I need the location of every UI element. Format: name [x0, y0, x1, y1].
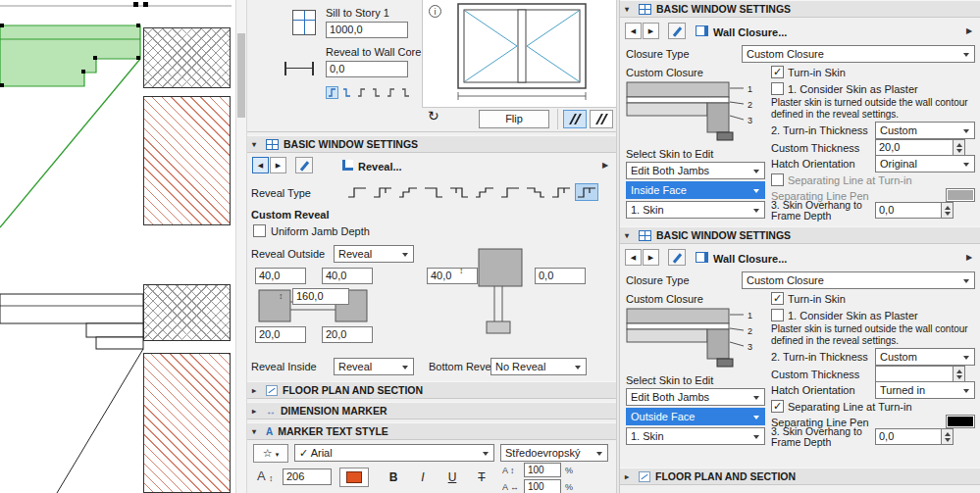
hatch-orientation-select[interactable]: Turned in — [875, 381, 975, 399]
turn-in-skin-checkbox[interactable]: ✓ — [771, 66, 784, 78]
dimension-marker-header[interactable]: ▸ ↔ DIMENSION MARKER — [247, 402, 616, 419]
reveal-type-option-9[interactable] — [549, 183, 573, 201]
custom-thickness-input[interactable]: 20,0 — [875, 139, 954, 156]
prev-page-button[interactable]: ◀ — [625, 23, 642, 39]
separating-pen-swatch[interactable] — [946, 415, 975, 428]
closure-type-select[interactable]: Custom Closure — [742, 45, 975, 63]
marker-text-style-header[interactable]: ▾ A MARKER TEXT STYLE — [247, 422, 616, 440]
anchor-option-3[interactable] — [355, 86, 368, 99]
face-select[interactable]: Inside Face — [626, 181, 765, 199]
sill-to-story-input[interactable]: 1000,0 — [326, 22, 408, 38]
anchor-option-6[interactable] — [399, 86, 412, 99]
custom-thickness-spinner[interactable] — [954, 139, 965, 156]
mirror-left-button[interactable] — [563, 110, 587, 128]
turn-in-thickness-select[interactable]: Custom — [875, 122, 975, 139]
sill-spinner-icon[interactable]: ↕ — [459, 266, 464, 275]
width-factor-input[interactable]: 100 — [524, 479, 561, 493]
skin-overhang-spinner[interactable] — [942, 202, 954, 219]
wall-closure-tab-label[interactable]: Wall Closure... — [713, 26, 787, 38]
prev-page-button[interactable]: ◀ — [625, 249, 642, 266]
next-page-button[interactable]: ▶ — [270, 157, 286, 173]
face-select[interactable]: Outside Face — [626, 408, 765, 425]
next-page-button[interactable]: ▶ — [643, 249, 659, 266]
separating-line-checkbox[interactable] — [771, 173, 784, 186]
anchor-option-2[interactable] — [340, 86, 353, 99]
reveal-inside-left-input[interactable]: 20,0 — [255, 326, 306, 343]
page-forward-icon[interactable]: ▶ — [966, 253, 975, 262]
reveal-anchor-icon[interactable] — [284, 62, 314, 75]
uniform-jamb-checkbox[interactable] — [253, 224, 266, 237]
consider-plaster-checkbox[interactable] — [771, 309, 784, 321]
anchor-option-5[interactable] — [385, 86, 397, 99]
underline-button[interactable]: U — [441, 468, 463, 486]
flip-button[interactable]: Flip — [479, 110, 549, 128]
reveal-outside-right-input[interactable]: 40,0 — [322, 268, 373, 284]
sill-anchor-icon[interactable] — [292, 10, 316, 35]
floor-plan-section-header[interactable]: ▸ FLOOR PLAN AND SECTION — [620, 468, 980, 485]
reveal-tab-label[interactable]: Reveal... — [358, 161, 402, 173]
wall-closure-tab-label[interactable]: Wall Closure... — [713, 253, 787, 265]
cad-view-area[interactable] — [0, 0, 235, 493]
reveal-to-core-input[interactable]: 0,0 — [326, 61, 408, 77]
left-scrollbar[interactable] — [235, 0, 247, 493]
skin-select[interactable]: 1. Skin — [626, 201, 765, 219]
next-page-button[interactable]: ▶ — [643, 23, 659, 39]
skin-select[interactable]: 1. Skin — [626, 427, 765, 445]
closure-type-select[interactable]: Custom Closure — [742, 271, 975, 289]
prev-page-button[interactable]: ◀ — [252, 157, 269, 173]
transfer-settings-icon[interactable] — [295, 157, 313, 173]
frame-width-input[interactable]: 160,0 — [292, 288, 349, 305]
text-color-button[interactable] — [339, 468, 369, 487]
strikethrough-button[interactable]: T — [471, 468, 492, 486]
reveal-inside-select[interactable]: Reveal — [334, 358, 414, 375]
reveal-type-option-8[interactable] — [524, 183, 547, 201]
font-size-input[interactable]: 206 — [283, 468, 332, 485]
reveal-type-option-2[interactable] — [371, 183, 394, 201]
hatch-orientation-select[interactable]: Original — [875, 155, 975, 173]
skin-overhang-spinner[interactable] — [942, 428, 954, 445]
line-spacing-input[interactable]: 100 — [524, 463, 561, 477]
basic-window-settings-header[interactable]: ▾ BASIC WINDOW SETTINGS — [620, 226, 980, 244]
basic-window-settings-header[interactable]: ▾ BASIC WINDOW SETTINGS — [247, 135, 616, 153]
font-select[interactable]: ✓ Arial — [294, 444, 494, 462]
consider-plaster-checkbox[interactable] — [771, 82, 784, 95]
anchor-option-1[interactable] — [326, 86, 338, 99]
left-scrollbar-thumb[interactable] — [237, 33, 245, 118]
bold-button[interactable]: B — [383, 468, 404, 486]
page-forward-icon[interactable]: ▶ — [966, 26, 975, 35]
jamb-select[interactable]: Edit Both Jambs — [626, 162, 765, 179]
skin-overhang-input[interactable]: 0,0 — [875, 202, 942, 219]
reveal-type-option-6[interactable] — [473, 183, 496, 201]
jamb-select[interactable]: Edit Both Jambs — [626, 388, 765, 406]
skin-overhang-input[interactable]: 0,0 — [875, 428, 942, 445]
reveal-type-option-3[interactable] — [396, 183, 420, 201]
separating-pen-swatch[interactable] — [946, 188, 975, 202]
rotate-icon[interactable]: ↻ — [428, 110, 439, 122]
reveal-outside-select[interactable]: Reveal — [334, 245, 414, 263]
custom-thickness-spinner[interactable] — [954, 366, 965, 382]
basic-window-settings-header[interactable]: ▾ BASIC WINDOW SETTINGS — [620, 0, 980, 18]
favorites-button[interactable]: ☆ ▾ — [253, 444, 288, 463]
transfer-settings-icon[interactable] — [668, 23, 686, 39]
turn-in-skin-checkbox[interactable]: ✓ — [771, 292, 784, 305]
page-forward-icon[interactable]: ▶ — [602, 161, 611, 170]
transfer-settings-icon[interactable] — [668, 249, 686, 266]
italic-button[interactable]: I — [412, 468, 434, 486]
reveal-type-option-10-selected[interactable] — [575, 183, 598, 201]
floor-plan-section-header[interactable]: ▸ FLOOR PLAN AND SECTION — [247, 381, 616, 399]
preview-pane[interactable]: i — [422, 0, 616, 108]
reveal-inside-right-input[interactable]: 20,0 — [322, 326, 373, 343]
overhang-input[interactable]: 0,0 — [535, 268, 586, 284]
reveal-type-option-5[interactable] — [447, 183, 471, 201]
anchor-option-4[interactable] — [370, 86, 383, 99]
reveal-type-option-4[interactable] — [422, 183, 445, 201]
bottom-reveal-select[interactable]: No Reveal — [490, 358, 587, 375]
encoding-select[interactable]: Středoevropský — [500, 444, 608, 462]
mirror-right-button[interactable] — [590, 110, 613, 128]
separating-line-checkbox[interactable]: ✓ — [771, 400, 784, 413]
custom-thickness-input[interactable] — [875, 366, 954, 382]
turn-in-thickness-select[interactable]: Custom — [875, 348, 975, 366]
reveal-type-option-1[interactable] — [345, 183, 369, 201]
reveal-type-option-7[interactable] — [498, 183, 522, 201]
frame-width-spinner-icon[interactable]: ↕ — [279, 291, 284, 301]
